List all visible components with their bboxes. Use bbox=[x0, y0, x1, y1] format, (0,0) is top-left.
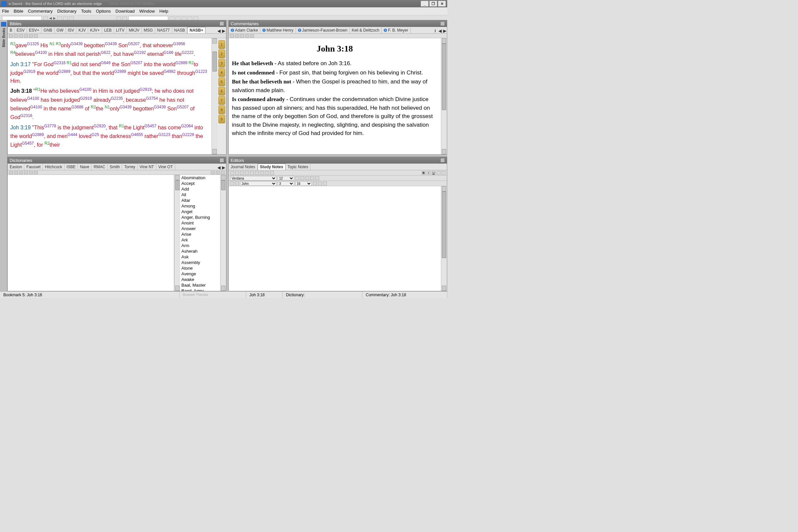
tb-layout-2[interactable] bbox=[175, 16, 180, 20]
verse-marker-7[interactable]: 7 bbox=[218, 96, 225, 105]
dict-word[interactable]: Arm bbox=[180, 243, 220, 248]
editor-chapter-select[interactable]: 3 bbox=[278, 181, 294, 186]
bible-tab-isv[interactable]: ISV bbox=[66, 27, 76, 33]
bible-tab-nas77[interactable]: NAS77 bbox=[155, 27, 172, 33]
verse-marker-8[interactable]: 8 bbox=[218, 106, 225, 114]
etb-link[interactable] bbox=[230, 182, 234, 186]
strongs-number[interactable]: G5457 bbox=[145, 124, 157, 128]
etb-align-l[interactable] bbox=[295, 176, 299, 180]
editor-book-select[interactable]: John bbox=[240, 181, 277, 186]
etb-print[interactable] bbox=[245, 171, 249, 175]
etb-copy[interactable] bbox=[255, 171, 259, 175]
strongs-number[interactable]: G5207 bbox=[128, 41, 140, 46]
editor-size-select[interactable]: 12 bbox=[278, 176, 294, 180]
strongs-number[interactable]: G2889 bbox=[114, 69, 126, 74]
etb-cut[interactable] bbox=[250, 171, 254, 175]
dtb-1[interactable] bbox=[9, 171, 13, 174]
dict-word[interactable]: Anger, Burning bbox=[180, 214, 220, 220]
menu-options[interactable]: Options bbox=[96, 8, 111, 14]
bible-tab-gnb[interactable]: GNB bbox=[41, 27, 55, 33]
commentary-tab-2[interactable]: iJamieson-Fausset-Brown bbox=[296, 27, 350, 33]
verse-marker-2[interactable]: 2 bbox=[218, 50, 225, 58]
btb-3[interactable] bbox=[19, 34, 23, 38]
menu-commentary[interactable]: Commentary bbox=[28, 8, 53, 14]
strongs-number[interactable]: G3439 bbox=[71, 41, 82, 46]
dtb-4[interactable] bbox=[24, 171, 28, 174]
strongs-number[interactable]: G3439 bbox=[120, 105, 132, 109]
strongs-number[interactable]: G1223 bbox=[195, 69, 207, 74]
commentary-tab-0[interactable]: iAdam Clarke bbox=[229, 27, 260, 33]
strongs-number[interactable]: G2192 bbox=[134, 50, 146, 55]
etb-numbers[interactable] bbox=[315, 176, 319, 180]
bible-tab-mkjv[interactable]: MKJV bbox=[127, 27, 141, 33]
bible-tab-esv[interactable]: ESV bbox=[15, 27, 27, 33]
ref-note[interactable]: R1 bbox=[65, 60, 72, 65]
etb-ref[interactable] bbox=[323, 182, 327, 186]
dict-tab-nav-0[interactable]: ◀ bbox=[217, 165, 222, 170]
editor-font-select[interactable]: Verdana bbox=[230, 176, 277, 180]
bible-tab-kjvplus[interactable]: KJV+ bbox=[88, 27, 102, 33]
etb-open[interactable] bbox=[235, 171, 239, 175]
bible-tab-nav-prev[interactable]: ◀ bbox=[217, 28, 222, 33]
tb-btn-3[interactable] bbox=[69, 16, 74, 20]
strongs-number[interactable]: G3686 bbox=[72, 105, 83, 109]
btb-1[interactable] bbox=[9, 34, 13, 38]
comm-tab-nav-1[interactable]: ◀ bbox=[438, 28, 442, 33]
dict-tab-6[interactable]: Smith bbox=[108, 164, 122, 170]
verse-marker-9[interactable]: 9 bbox=[218, 115, 225, 124]
etb-redo[interactable] bbox=[270, 171, 274, 175]
etb-color[interactable] bbox=[437, 171, 440, 175]
pin-icon[interactable] bbox=[440, 21, 445, 26]
dict-word[interactable]: Assembly bbox=[180, 260, 220, 265]
editor-tab-0[interactable]: Journal Notes bbox=[229, 164, 258, 170]
pin-icon[interactable] bbox=[440, 158, 445, 163]
strongs-number[interactable]: G3956 bbox=[173, 41, 185, 46]
bible-scrollbar[interactable] bbox=[211, 38, 217, 154]
etb-paste[interactable] bbox=[260, 171, 264, 175]
menu-bible[interactable]: Bible bbox=[14, 8, 23, 14]
menu-window[interactable]: Window bbox=[139, 8, 155, 14]
strongs-number[interactable]: G2919 bbox=[140, 87, 152, 92]
commentary-tab-1[interactable]: iMatthew Henry bbox=[260, 27, 296, 33]
tb-layout-1[interactable] bbox=[170, 16, 174, 20]
dict-word[interactable]: Awake bbox=[180, 277, 220, 282]
dict-word[interactable]: Anoint bbox=[180, 220, 220, 226]
verse-marker-4[interactable]: 4 bbox=[218, 68, 225, 77]
bible-tab-esvplus[interactable]: ESV+ bbox=[27, 27, 41, 33]
dtb-9[interactable] bbox=[221, 171, 225, 174]
bible-tab-b[interactable]: B bbox=[8, 27, 15, 33]
dict-word[interactable]: Arise bbox=[180, 231, 220, 237]
bible-books-sidebar[interactable]: Bible Books bbox=[0, 20, 7, 291]
etb-align-r[interactable] bbox=[305, 176, 309, 180]
strongs-number[interactable]: G2316 bbox=[54, 60, 65, 65]
dict-word[interactable]: Add bbox=[180, 186, 220, 192]
minimize-button[interactable]: _ bbox=[421, 1, 429, 7]
etb-new[interactable] bbox=[230, 171, 234, 175]
dict-tab-nav-1[interactable]: ▶ bbox=[222, 165, 226, 170]
ref-note[interactable]: R1 bbox=[35, 87, 40, 92]
tb-layout-3[interactable] bbox=[182, 16, 186, 20]
close-button[interactable]: ✕ bbox=[438, 1, 446, 7]
strongs-number[interactable]: G5207 bbox=[176, 105, 189, 109]
etb-underline[interactable]: U bbox=[432, 171, 436, 175]
strongs-number[interactable]: G2889 bbox=[32, 132, 44, 137]
tb-btn-1[interactable] bbox=[57, 16, 62, 20]
tb-layout-5[interactable] bbox=[193, 16, 198, 20]
dict-word[interactable]: Atone bbox=[180, 265, 220, 271]
dict-def-scrollbar[interactable] bbox=[174, 175, 180, 291]
ref-note[interactable]: R3 bbox=[56, 41, 61, 46]
ctb-4[interactable] bbox=[245, 34, 249, 38]
menu-tools[interactable]: Tools bbox=[81, 8, 91, 14]
dict-word[interactable]: Abomination bbox=[180, 175, 220, 180]
verse-ref[interactable]: Joh 3:18 bbox=[10, 89, 32, 94]
tb-layout-4[interactable] bbox=[188, 16, 192, 20]
etb-bullets[interactable] bbox=[310, 176, 314, 180]
ctb-1[interactable] bbox=[230, 34, 234, 38]
strongs-number[interactable]: G2919 bbox=[23, 69, 35, 74]
editor-scrollbar[interactable] bbox=[441, 186, 447, 291]
comm-tab-nav-0[interactable]: i bbox=[433, 28, 438, 33]
dict-word[interactable]: Avenge bbox=[180, 271, 220, 277]
etb-italic[interactable]: I bbox=[426, 171, 431, 175]
etb-go[interactable] bbox=[313, 182, 317, 186]
ctb-2[interactable] bbox=[235, 34, 239, 38]
